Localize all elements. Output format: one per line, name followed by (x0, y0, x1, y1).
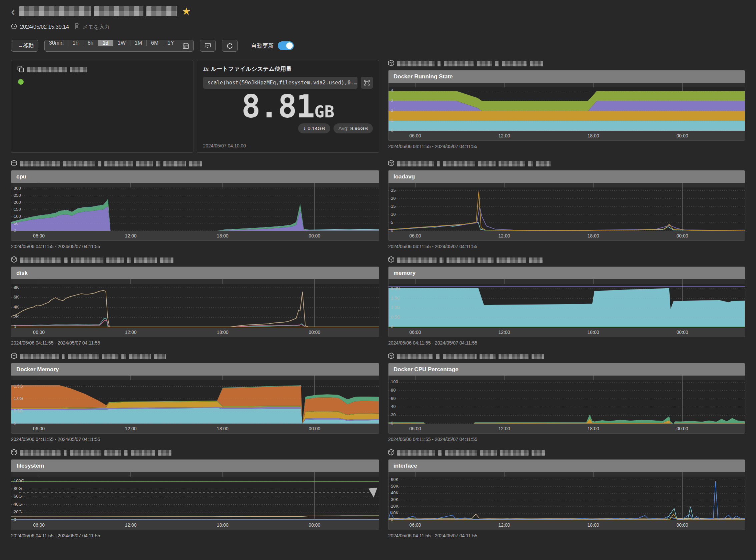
memo-placeholder[interactable]: メモを入力 (83, 24, 110, 31)
x-tick-label: 18:00 (583, 522, 604, 528)
redacted-block (64, 450, 67, 456)
x-tick-label: 18:00 (583, 133, 604, 138)
row-3: disk 06:0012:0018:0000:0002K4K6K8K 2024/… (11, 257, 745, 345)
redacted-block (436, 354, 440, 359)
y-tick-label: 50K (391, 484, 399, 488)
redacted-block (62, 354, 65, 359)
y-tick-label: 20 (391, 413, 395, 417)
auto-update-control: 自動更新 (251, 41, 294, 50)
x-tick-label: 12:00 (120, 522, 141, 528)
redacted-block (20, 258, 61, 263)
chart-docker-memory: Docker Memory 06:0012:0018:0000:0000.5G1… (11, 353, 379, 442)
chart-panel[interactable]: interface 06:0012:0018:0000:00010K20K30K… (388, 459, 745, 530)
range-6h[interactable]: 6h (83, 40, 98, 46)
x-tick-label: 12:00 (120, 233, 141, 239)
x-tick-label: 12:00 (493, 522, 515, 528)
chart-panel[interactable]: memory 06:0012:0018:0000:0000.5G1.0G1.5G… (388, 266, 745, 337)
y-tick-label: 25 (391, 188, 395, 193)
redacted-block (104, 450, 121, 456)
x-tick-label: 18:00 (212, 329, 233, 335)
chart-plot[interactable]: 06:0012:0018:0000:00 01234 (388, 83, 745, 140)
redacted-block (532, 354, 544, 359)
redacted-block (98, 161, 101, 166)
y-tick-label: 15 (391, 204, 395, 209)
chart-canvas (11, 477, 379, 520)
chart-panel[interactable]: cpu 06:0012:0018:0000:000501001502002503… (11, 170, 379, 241)
y-tick-label: 30K (391, 497, 399, 502)
refresh-button[interactable] (222, 40, 238, 52)
redacted-chart-source (397, 354, 544, 359)
toggle-knob (286, 42, 293, 49)
y-tick-label: 100 (14, 214, 21, 219)
favorite-star-icon[interactable]: ★ (182, 6, 191, 16)
annotation-button[interactable] (200, 40, 216, 52)
chart-time-range: 2024/05/06 04:11:55 - 2024/05/07 04:11:5… (388, 144, 745, 149)
chart-time-range: 2024/05/06 04:11:55 - 2024/05/07 04:11:5… (11, 340, 379, 345)
auto-update-toggle[interactable] (278, 41, 294, 50)
redacted-block (68, 354, 99, 359)
range-1h[interactable]: 1h (68, 40, 83, 46)
redacted-block (64, 258, 68, 263)
y-tick-label: 50 (14, 221, 18, 226)
chart-panel[interactable]: disk 06:0012:0018:0000:0002K4K6K8K (11, 266, 379, 337)
range-1M[interactable]: 1M (130, 40, 147, 46)
redacted-block (63, 161, 95, 166)
redacted-block (536, 161, 551, 166)
expression-metric-panel[interactable]: fx ルートファイルシステム使用量 scale(host(59oJkHpzMEq… (197, 60, 379, 153)
redacted-block (443, 354, 476, 359)
redacted-chart-source (20, 450, 171, 456)
chart-title: Docker Running State (393, 73, 453, 80)
range-30min[interactable]: 30min (45, 40, 68, 46)
expression-chip[interactable]: scale(host(59oJkHpzMEq,filesystem.vda2.u… (203, 77, 357, 89)
redacted-block (397, 161, 434, 166)
y-tick-label: 60 (391, 396, 395, 401)
y-tick-label: 200 (14, 200, 21, 205)
x-tick-label: 00:00 (672, 233, 693, 239)
chart-panel[interactable]: loadavg 06:0012:0018:0000:000510152025 (388, 170, 745, 241)
expand-button[interactable] (361, 77, 373, 89)
y-tick-label: 0 (391, 421, 393, 425)
redacted-page-title (19, 6, 177, 16)
x-tick-label: 12:00 (493, 233, 515, 239)
redacted-block (19, 6, 91, 16)
chart-title: memory (393, 270, 415, 277)
chart-canvas (388, 380, 745, 424)
redacted-block (131, 450, 155, 456)
metric-value: 8.81GB (203, 91, 373, 123)
redacted-block (158, 450, 171, 456)
service-cube-icon (388, 353, 394, 361)
x-tick-label: 06:00 (28, 426, 50, 431)
redacted-block (121, 354, 126, 359)
range-6M[interactable]: 6M (147, 40, 163, 46)
x-tick-label: 00:00 (304, 329, 325, 335)
chart-panel[interactable]: Docker Memory 06:0012:0018:0000:0000.5G1… (11, 363, 379, 434)
chart-panel[interactable]: Docker CPU Percentage 06:0012:0018:0000:… (388, 363, 745, 434)
chart-loadavg: loadavg 06:0012:0018:0000:000510152025 2… (388, 160, 745, 249)
y-tick-label: 4 (391, 88, 393, 93)
calendar-button[interactable] (179, 40, 193, 52)
metric-timestamp: 2024/05/07 04:10:00 (203, 143, 246, 148)
range-1Y[interactable]: 1Y (163, 40, 179, 46)
redacted-block (163, 161, 186, 166)
chart-panel[interactable]: Docker Running State 06:0012:0018:0000:0… (388, 70, 745, 141)
x-tick-label: 06:00 (405, 133, 426, 138)
metric-title: ルートファイルシステム使用量 (211, 65, 291, 73)
y-tick-label: 40 (391, 404, 395, 409)
range-1d[interactable]: 1d (98, 40, 114, 46)
range-1W[interactable]: 1W (114, 40, 130, 46)
x-tick-label: 12:00 (120, 329, 141, 335)
x-tick-label: 18:00 (583, 426, 604, 431)
chart-title: Docker CPU Percentage (393, 366, 458, 373)
back-button[interactable]: ‹ (11, 6, 15, 17)
redacted-block (102, 354, 118, 359)
redacted-chart-source (20, 354, 166, 359)
y-tick-label: 4K (14, 305, 19, 309)
x-tick-label: 06:00 (405, 233, 426, 239)
chart-panel[interactable]: filesystem 06:0012:0018:0000:00020G40G60… (11, 459, 379, 530)
redacted-block (397, 354, 433, 359)
chart-disk: disk 06:0012:0018:0000:0002K4K6K8K 2024/… (11, 257, 379, 345)
chart-interface: interface 06:0012:0018:0000:00010K20K30K… (388, 449, 745, 538)
move-button[interactable]: ↔移動 (11, 40, 38, 52)
redacted-block (160, 258, 173, 263)
host-status-panel[interactable] (11, 60, 193, 153)
